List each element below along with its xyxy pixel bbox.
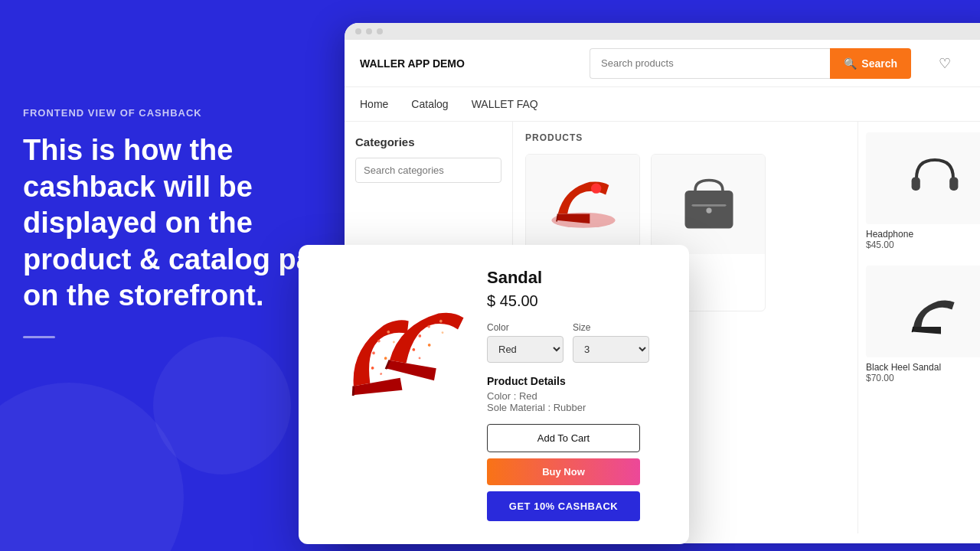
decorative-circle-2 (153, 337, 291, 474)
right-product-headphone[interactable]: Headphone $45.00 (866, 132, 980, 250)
store-logo: WALLER APP DEMO (360, 57, 465, 70)
size-option-wrapper: Size 3 (573, 322, 649, 363)
sidebar-title: Categories (355, 135, 501, 148)
store-nav: Home Catalog WALLET FAQ (345, 87, 980, 122)
right-product-name-heel: Black Heel Sandal (866, 362, 980, 373)
svg-point-15 (393, 341, 395, 343)
color-option-wrapper: Color Red (487, 322, 564, 363)
left-divider (23, 336, 55, 338)
svg-point-21 (427, 344, 430, 347)
size-label: Size (573, 322, 649, 333)
product-image-bag (652, 155, 766, 254)
right-product-name-headphone: Headphone (866, 229, 980, 240)
detail-sole-line: Sole Material : Rubber (487, 402, 668, 413)
add-to-cart-button[interactable]: Add To Cart (487, 424, 640, 452)
svg-point-22 (412, 348, 415, 351)
product-image-sandal (526, 155, 640, 254)
modal-title: Sandal (487, 268, 668, 288)
right-product-image-heel (866, 266, 980, 357)
search-icon: 🔍 (844, 57, 857, 70)
detail-color-line: Color : Red (487, 390, 668, 402)
nav-catalog[interactable]: Catalog (411, 87, 448, 121)
modal-product-image (320, 268, 473, 421)
svg-point-23 (441, 331, 443, 334)
svg-point-12 (372, 351, 375, 354)
modal-price: $ 45.00 (487, 292, 668, 310)
right-product-image-headphone (866, 132, 980, 224)
products-label: PRODUCTS (525, 132, 845, 143)
device-top-bar (345, 23, 980, 40)
svg-point-16 (380, 373, 382, 375)
svg-point-14 (371, 367, 374, 370)
search-input[interactable] (590, 48, 830, 79)
size-select[interactable]: 3 (573, 336, 649, 363)
nav-wallet-faq[interactable]: WALLET FAQ (472, 87, 538, 121)
svg-point-1 (591, 184, 601, 194)
category-search-input[interactable] (355, 158, 501, 183)
svg-rect-7 (949, 177, 958, 191)
modal-cashback-button[interactable]: GET 10% CASHBACK (487, 491, 640, 521)
wishlist-icon[interactable]: ♡ (939, 55, 951, 72)
modal-actions: Add To Cart Buy Now GET 10% CASHBACK (487, 424, 668, 521)
device-dot-2 (366, 28, 372, 34)
search-button[interactable]: 🔍 Search (830, 48, 911, 79)
modal-details: Sandal $ 45.00 Color Red Size 3 Product … (473, 268, 668, 521)
product-details-title: Product Details (487, 375, 668, 387)
left-subtitle: FRONTEND VIEW OF CASHBACK (23, 107, 352, 119)
buy-now-button[interactable]: Buy Now (487, 458, 640, 485)
svg-point-24 (418, 357, 420, 359)
modal-options: Color Red Size 3 (487, 322, 668, 363)
svg-rect-6 (912, 177, 920, 191)
nav-home[interactable]: Home (360, 87, 388, 121)
search-button-label: Search (861, 57, 897, 70)
svg-rect-4 (692, 204, 727, 207)
right-product-price-headphone: $45.00 (866, 240, 980, 250)
svg-point-20 (418, 334, 421, 337)
product-modal: Sandal $ 45.00 Color Red Size 3 Product … (299, 245, 689, 544)
search-wrapper: 🔍 Search (590, 48, 911, 79)
svg-point-5 (706, 208, 711, 214)
right-product-heel[interactable]: Black Heel Sandal $70.00 (866, 266, 980, 383)
right-products: Headphone $45.00 Black Heel Sandal $70.0… (858, 122, 980, 533)
device-dot-3 (377, 28, 383, 34)
color-label: Color (487, 322, 564, 333)
store-header: WALLER APP DEMO 🔍 Search ♡ 👤 (345, 40, 980, 87)
right-product-price-heel: $70.00 (866, 373, 980, 383)
device-dot-1 (355, 28, 361, 34)
color-select[interactable]: Red (487, 336, 564, 363)
svg-point-13 (384, 357, 387, 360)
